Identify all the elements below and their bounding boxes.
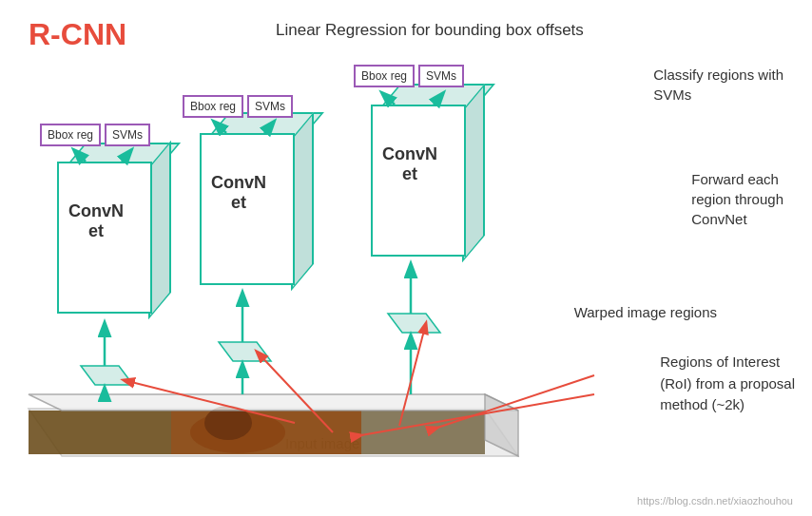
bbox-reg-2: Bbox reg	[183, 95, 243, 118]
svm-3: SVMs	[418, 65, 464, 87]
svg-line-24	[124, 380, 295, 423]
svg-point-5	[190, 411, 285, 453]
svg-marker-10	[219, 342, 271, 361]
svg-rect-4	[361, 411, 485, 454]
svg-line-27	[437, 375, 594, 428]
svg-rect-1	[29, 411, 485, 454]
header-text: Linear Regression for bounding box offse…	[276, 21, 584, 40]
input-label: Input image	[285, 435, 359, 451]
svg-marker-9	[81, 366, 133, 385]
svg-marker-8	[485, 394, 518, 456]
roi-label: Regions of Interest (RoI) from a proposa…	[660, 352, 795, 416]
page-title: R-CNN	[29, 17, 126, 52]
svg-line-25	[257, 352, 333, 432]
convnet-label-2: ConvN et	[211, 173, 266, 213]
svg-marker-7	[29, 394, 518, 411]
box1-front-face: ConvN et	[57, 162, 152, 314]
svm-2: SVMs	[247, 95, 293, 118]
svg-marker-11	[388, 314, 440, 333]
bbox-reg-1: Bbox reg	[40, 124, 101, 146]
svg-marker-0	[29, 409, 518, 456]
watermark: https://blog.csdn.net/xiaozhouhou	[637, 495, 793, 506]
main-container: { "title": "R-CNN", "header": { "text": …	[0, 0, 812, 516]
bbox-reg-3: Bbox reg	[354, 65, 415, 87]
svg-line-28	[361, 394, 594, 435]
convnet-label-1: ConvN et	[68, 201, 124, 241]
svm-1: SVMs	[105, 124, 150, 146]
box3-front-face: ConvN et	[371, 105, 466, 257]
svg-rect-2	[29, 411, 171, 454]
classify-label: Classify regions with SVMs	[653, 65, 783, 105]
warped-label: Warped image regions	[574, 304, 717, 320]
svg-line-26	[399, 323, 426, 426]
convnet-label-3: ConvN et	[382, 144, 437, 184]
box2-front-face: ConvN et	[200, 133, 295, 285]
forward-label: Forward each region through ConvNet	[691, 169, 783, 229]
svg-point-6	[204, 406, 252, 440]
